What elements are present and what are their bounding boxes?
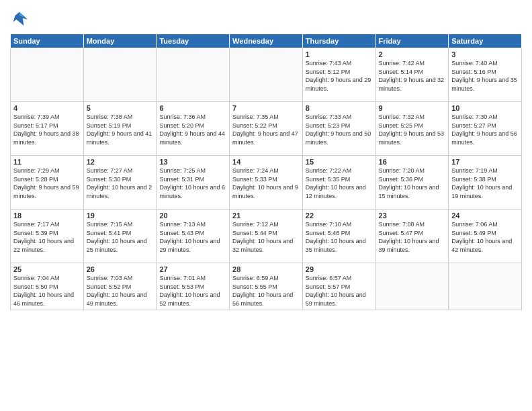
day-number: 9 [379,104,446,112]
calendar-cell [11,48,84,102]
logo [10,9,32,28]
logo-bird-icon [10,9,29,28]
calendar-cell: 7Sunrise: 7:35 AM Sunset: 5:22 PM Daylig… [230,102,303,156]
calendar-week-row: 18Sunrise: 7:17 AM Sunset: 5:39 PM Dayli… [11,210,522,263]
day-info: Sunrise: 7:38 AM Sunset: 5:19 PM Dayligh… [87,113,154,146]
day-number: 3 [451,50,519,58]
day-info: Sunrise: 7:17 AM Sunset: 5:39 PM Dayligh… [13,220,81,254]
calendar-cell: 5Sunrise: 7:38 AM Sunset: 5:19 PM Daylig… [83,102,157,156]
calendar-cell: 12Sunrise: 7:27 AM Sunset: 5:30 PM Dayli… [83,156,157,210]
day-number: 2 [379,50,446,58]
day-number: 4 [13,104,81,112]
calendar-cell: 20Sunrise: 7:13 AM Sunset: 5:43 PM Dayli… [157,210,230,263]
calendar-cell: 8Sunrise: 7:33 AM Sunset: 5:23 PM Daylig… [302,102,375,156]
day-number: 22 [306,212,373,220]
day-info: Sunrise: 7:08 AM Sunset: 5:47 PM Dayligh… [379,220,446,254]
calendar-cell: 28Sunrise: 6:59 AM Sunset: 5:55 PM Dayli… [230,263,303,310]
day-header-monday: Monday [83,34,157,48]
calendar-cell: 10Sunrise: 7:30 AM Sunset: 5:27 PM Dayli… [449,102,522,156]
day-header-saturday: Saturday [449,34,522,48]
day-info: Sunrise: 6:57 AM Sunset: 5:57 PM Dayligh… [306,274,373,308]
calendar-cell: 19Sunrise: 7:15 AM Sunset: 5:41 PM Dayli… [83,210,157,263]
day-info: Sunrise: 7:27 AM Sunset: 5:30 PM Dayligh… [87,167,154,200]
day-number: 21 [232,212,300,220]
day-number: 11 [13,158,81,166]
calendar-cell: 24Sunrise: 7:06 AM Sunset: 5:49 PM Dayli… [449,210,522,263]
day-info: Sunrise: 7:06 AM Sunset: 5:49 PM Dayligh… [451,220,519,254]
calendar-cell: 14Sunrise: 7:24 AM Sunset: 5:33 PM Dayli… [230,156,303,210]
day-number: 13 [159,158,226,166]
day-header-thursday: Thursday [302,34,375,48]
day-number: 24 [451,212,519,220]
calendar-cell: 26Sunrise: 7:03 AM Sunset: 5:52 PM Dayli… [83,263,157,310]
calendar-cell: 9Sunrise: 7:32 AM Sunset: 5:25 PM Daylig… [375,102,449,156]
day-number: 17 [451,158,519,166]
day-number: 16 [379,158,446,166]
calendar-cell: 1Sunrise: 7:43 AM Sunset: 5:12 PM Daylig… [302,48,375,102]
calendar-cell: 21Sunrise: 7:12 AM Sunset: 5:44 PM Dayli… [230,210,303,263]
calendar-cell: 16Sunrise: 7:20 AM Sunset: 5:36 PM Dayli… [375,156,449,210]
calendar-cell: 23Sunrise: 7:08 AM Sunset: 5:47 PM Dayli… [375,210,449,263]
day-number: 26 [87,265,154,273]
day-number: 28 [232,265,300,273]
day-info: Sunrise: 7:12 AM Sunset: 5:44 PM Dayligh… [232,220,300,254]
day-info: Sunrise: 7:40 AM Sunset: 5:16 PM Dayligh… [451,59,519,93]
calendar-cell: 4Sunrise: 7:39 AM Sunset: 5:17 PM Daylig… [11,102,84,156]
day-header-friday: Friday [375,34,449,48]
calendar-cell [449,263,522,310]
day-info: Sunrise: 7:03 AM Sunset: 5:52 PM Dayligh… [87,274,154,308]
day-info: Sunrise: 7:10 AM Sunset: 5:46 PM Dayligh… [306,220,373,254]
day-info: Sunrise: 7:33 AM Sunset: 5:23 PM Dayligh… [306,113,373,146]
calendar-cell [157,48,230,102]
day-number: 6 [159,104,226,112]
day-number: 5 [87,104,154,112]
day-number: 10 [451,104,519,112]
calendar-header-row: SundayMondayTuesdayWednesdayThursdayFrid… [11,34,522,48]
day-number: 12 [87,158,154,166]
day-number: 29 [306,265,373,273]
day-number: 23 [379,212,446,220]
calendar-cell: 29Sunrise: 6:57 AM Sunset: 5:57 PM Dayli… [302,263,375,310]
calendar-cell: 17Sunrise: 7:19 AM Sunset: 5:38 PM Dayli… [449,156,522,210]
page-container: SundayMondayTuesdayWednesdayThursdayFrid… [0,0,532,411]
day-info: Sunrise: 7:24 AM Sunset: 5:33 PM Dayligh… [232,167,300,200]
day-header-sunday: Sunday [11,34,84,48]
day-number: 1 [306,50,373,58]
calendar-week-row: 11Sunrise: 7:29 AM Sunset: 5:28 PM Dayli… [11,156,522,210]
calendar-cell: 2Sunrise: 7:42 AM Sunset: 5:14 PM Daylig… [375,48,449,102]
calendar-week-row: 25Sunrise: 7:04 AM Sunset: 5:50 PM Dayli… [11,263,522,310]
calendar-week-row: 1Sunrise: 7:43 AM Sunset: 5:12 PM Daylig… [11,48,522,102]
day-header-wednesday: Wednesday [230,34,303,48]
calendar-cell [375,263,449,310]
day-number: 18 [13,212,81,220]
calendar-cell: 6Sunrise: 7:36 AM Sunset: 5:20 PM Daylig… [157,102,230,156]
day-info: Sunrise: 6:59 AM Sunset: 5:55 PM Dayligh… [232,274,300,308]
calendar-cell: 22Sunrise: 7:10 AM Sunset: 5:46 PM Dayli… [302,210,375,263]
day-number: 19 [87,212,154,220]
day-info: Sunrise: 7:29 AM Sunset: 5:28 PM Dayligh… [13,167,81,200]
day-number: 14 [232,158,300,166]
day-info: Sunrise: 7:30 AM Sunset: 5:27 PM Dayligh… [451,113,519,146]
calendar-cell: 18Sunrise: 7:17 AM Sunset: 5:39 PM Dayli… [11,210,84,263]
calendar-cell: 11Sunrise: 7:29 AM Sunset: 5:28 PM Dayli… [11,156,84,210]
day-number: 15 [306,158,373,166]
day-number: 7 [232,104,300,112]
day-info: Sunrise: 7:01 AM Sunset: 5:53 PM Dayligh… [159,274,226,308]
calendar-cell: 15Sunrise: 7:22 AM Sunset: 5:35 PM Dayli… [302,156,375,210]
calendar-cell: 13Sunrise: 7:25 AM Sunset: 5:31 PM Dayli… [157,156,230,210]
calendar-cell [230,48,303,102]
day-info: Sunrise: 7:42 AM Sunset: 5:14 PM Dayligh… [379,59,446,93]
day-info: Sunrise: 7:13 AM Sunset: 5:43 PM Dayligh… [159,220,226,254]
day-info: Sunrise: 7:35 AM Sunset: 5:22 PM Dayligh… [232,113,300,146]
day-header-tuesday: Tuesday [157,34,230,48]
calendar-cell [83,48,157,102]
day-info: Sunrise: 7:04 AM Sunset: 5:50 PM Dayligh… [13,274,81,308]
day-info: Sunrise: 7:15 AM Sunset: 5:41 PM Dayligh… [87,220,154,254]
calendar-cell: 25Sunrise: 7:04 AM Sunset: 5:50 PM Dayli… [11,263,84,310]
day-info: Sunrise: 7:39 AM Sunset: 5:17 PM Dayligh… [13,113,81,146]
day-number: 25 [13,265,81,273]
day-number: 8 [306,104,373,112]
day-info: Sunrise: 7:25 AM Sunset: 5:31 PM Dayligh… [159,167,226,200]
calendar-cell: 27Sunrise: 7:01 AM Sunset: 5:53 PM Dayli… [157,263,230,310]
day-number: 27 [159,265,226,273]
